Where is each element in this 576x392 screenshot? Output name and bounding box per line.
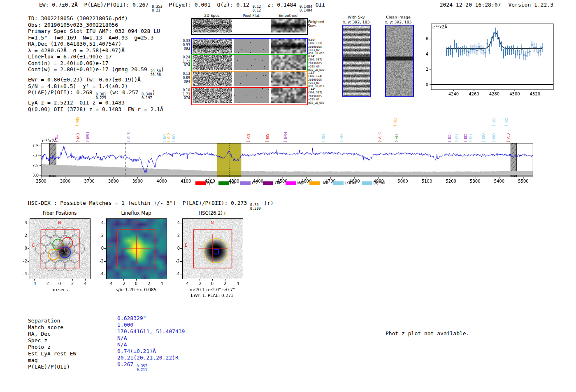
text-segment: Primary Spec_Slot_IFU_AMP: 032_094_028_L…: [28, 28, 160, 34]
elixer-report-page: EW: 0.7±0.2Å P(LAE)/P(OII): 0.267 0.3530…: [0, 0, 576, 392]
emission-line-label-SiIV: SiIV {: [126, 132, 130, 142]
legend-label: HeII: [321, 181, 328, 185]
text-segment: S/N = 4.8(±0.5) χ² = 1.4(±0.2): [28, 83, 128, 89]
legend-swatch: [286, 181, 296, 185]
cutout-xtickmark: [123, 279, 124, 281]
cutout-ytickmark: [28, 223, 29, 223]
spec2d-row: [191, 54, 308, 72]
cutout-ytickmark: [104, 236, 106, 236]
text-segment: (w: 0.257: [106, 89, 142, 95]
cutout-xtick: 2: [68, 281, 77, 286]
cutout-xlabel: m:20.1 re:2.0" s:0.7": [172, 287, 253, 292]
stacked-range: 0.360.209: [250, 203, 261, 210]
cutout-xtickmark: [34, 279, 35, 281]
legend-item-(K)CaII: (K)CaII: [333, 181, 356, 185]
emission-line-label-CIII: CIII {: [393, 118, 397, 127]
emission-line-label-SiII: SiII {: [265, 134, 269, 142]
cutout-xtickmark: [60, 279, 60, 281]
legend-item-MgII: MgII: [286, 181, 304, 185]
match-row-value: 0.628329": [117, 315, 146, 321]
cutout-xtick: 4: [158, 281, 166, 286]
report-timestamp: 2024-12-20 16:28:07: [440, 2, 501, 8]
spec2d-row-left-labels: 0.330.93093: [180, 39, 190, 51]
match-row-label: RA, Dec: [28, 331, 117, 337]
cutout-xtick: 0: [56, 281, 64, 286]
match-row-label: Est LyA rest-EW: [28, 350, 117, 357]
emission-line-label-OII: OII {: [172, 134, 176, 142]
cutout-xtick: 0: [208, 281, 216, 286]
emission-line-label-Hγ: Hγ {: [339, 134, 344, 142]
cutout-xtickmark: [238, 279, 238, 281]
text-segment: LineFlux = 6.70(±1.90)e-17: [28, 53, 112, 60]
text-segment: HSC-DEX : Possible Matches = 1 (within +…: [28, 200, 250, 206]
spec2d-pixelflat-panel: [234, 72, 269, 86]
spec2d-row-annotations: 1.44"(393, 357)20190105v023_01032_LU_039: [308, 88, 333, 104]
stacked-range: 0.3570.211: [137, 364, 147, 371]
with_sky-image: [342, 25, 371, 97]
cutout-title-hsc: HSC(26.2) r: [174, 210, 251, 216]
cutout-ytickmark: [180, 274, 182, 274]
text-segment: OII: [312, 2, 325, 8]
cutout-xtick: -2: [43, 281, 51, 286]
emission-line-label-OIII: OIII {: [492, 133, 496, 142]
cutout-xtick: -4: [183, 281, 191, 286]
match-row-value: N/A: [117, 335, 127, 341]
match-row-label: Separation: [28, 318, 117, 324]
cutout-ytickmark: [104, 223, 106, 223]
info-line-13: Q(0.00) OII (3728) z = 0.1483 EW r = 2.1…: [28, 106, 164, 113]
text-segment: N/A: [117, 335, 127, 341]
text-segment: P(Lyα): 0.001 Q(z): 0.12: [163, 2, 253, 8]
spec2d-col-header: Smoothed: [272, 14, 304, 18]
text-segment: Obs: 20190105v023_3002218056: [28, 22, 118, 28]
cutout-ytick: 2: [172, 233, 180, 238]
cutout-xlabel: arcsecs: [19, 287, 100, 292]
text-segment: 0.74(±0.21)Å: [117, 348, 156, 354]
text-segment: 1.000: [117, 322, 133, 328]
text-segment: EWr = 0.80(±0.23) (w: 0.67(±0.19))Å: [28, 77, 141, 83]
spec2d-row: [191, 87, 308, 105]
east-label: E: [185, 243, 187, 248]
north-label: N: [58, 220, 61, 225]
spec2d-row-left-labels: 0.241.72074: [180, 56, 190, 67]
info-line-10: S/N = 4.8(±0.5) χ² = 1.4(±0.2): [28, 83, 164, 90]
info-line-5: λ = 4280.62Å σ = 2.58(±0.97)Å: [28, 47, 164, 54]
cutout-ytick: 4: [172, 220, 180, 225]
spec2d-row: [191, 38, 308, 56]
emission-line-label-OIII: OIII {: [504, 118, 508, 127]
spec2d-2d-panel: [193, 39, 232, 53]
cutout-ytick: 4: [95, 220, 104, 225]
cutout-xtick: -2: [195, 281, 204, 286]
info-line-7: Cont(n) = 2.40(±0.06)e-17: [28, 60, 164, 67]
text-segment: ID: 3002218056 (3002218056.pdf): [28, 15, 128, 21]
cutout-ytick: -4: [172, 271, 180, 276]
east-label: E: [32, 243, 35, 248]
emission-line-label-Hδ: Hδ {: [321, 134, 325, 142]
text-segment: 20.21(20.21,20.22)R: [117, 355, 179, 361]
text-segment: F=1.5" T=0.169 N=1.13 A=0.93 g=25.3: [28, 35, 153, 41]
legend-swatch: [309, 181, 320, 185]
spec2d-2d-panel: [193, 55, 232, 70]
legend-swatch: [263, 181, 273, 185]
cutout-ytickmark: [180, 261, 182, 262]
info-line-1: Obs: 20190105v023_3002218056: [28, 22, 164, 28]
emission-line-label-CII: CII {: [447, 135, 451, 142]
spec2d-row-annotations: 0.80"(392, 183)20190105v023_02032_LU_020: [308, 38, 333, 55]
cutout-ytick: 4: [19, 220, 27, 225]
cutout-ytick: -2: [172, 259, 180, 263]
photz-note: Phot z plot not available.: [386, 330, 469, 336]
info-line-9: EWr = 0.80(±0.23) (w: 0.67(±0.19))Å: [28, 77, 164, 83]
cutout-xtick: -4: [107, 281, 115, 286]
legend-item-HeII: HeII: [309, 181, 328, 185]
legend-label: CIV: [252, 181, 258, 185]
text-segment: λ = 4280.62Å σ = 2.58(±0.97)Å: [28, 47, 125, 53]
spec2d-row: [191, 71, 308, 89]
spec2d-2d-panel: [193, 72, 232, 86]
east-label: E: [109, 243, 111, 248]
spec2d-2d-panel: [193, 19, 232, 32]
legend-item-OII: OII: [218, 181, 235, 185]
cutout-ytickmark: [28, 274, 29, 274]
legend-label: CIII: [275, 181, 280, 185]
cutout-ytick: 2: [19, 233, 27, 238]
match-row-value: 1.000: [117, 322, 133, 328]
spec2d-row-annotations: 0.74"(392, 357)20190105v023_03032_LU_039: [308, 55, 333, 72]
